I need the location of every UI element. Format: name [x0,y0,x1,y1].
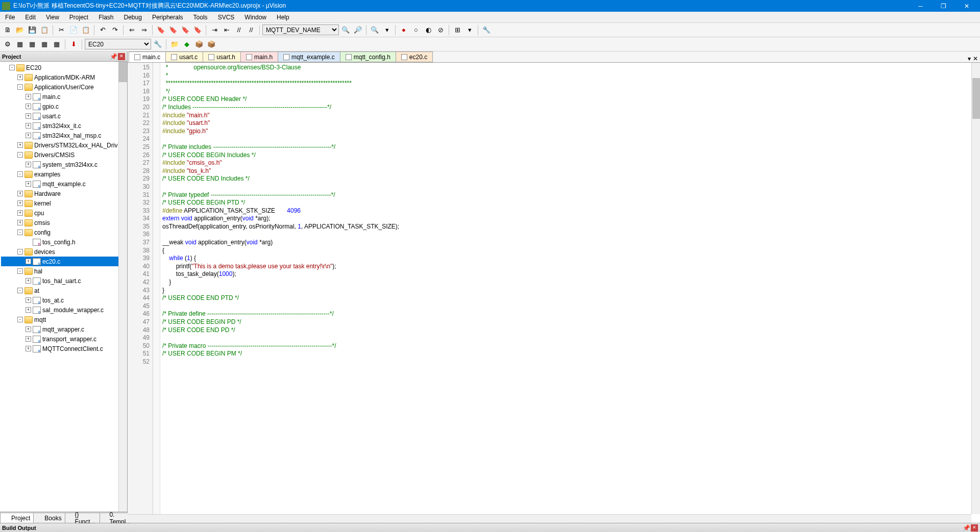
code-line[interactable]: ****************************************… [162,80,978,88]
layout-dropdown[interactable]: ▾ [464,24,475,36]
menu-svcs[interactable]: SVCS [213,12,240,22]
comment-button[interactable]: // [233,24,244,36]
editor-tab[interactable]: main.h [240,52,278,62]
stop-build-button[interactable]: ▦ [51,39,62,50]
scrollbar-thumb[interactable] [972,78,980,119]
menu-edit[interactable]: Edit [20,12,41,22]
menu-window[interactable]: Window [239,12,272,22]
code-line[interactable]: #define APPLICATION_TASK_STK_SIZE 4096 [162,207,978,215]
code-line[interactable]: /* USER CODE END Header */ [162,95,978,104]
code-line[interactable]: /* Private macro -----------------------… [162,342,978,350]
scrollbar-thumb[interactable] [118,62,127,82]
code-line[interactable]: /* USER CODE BEGIN Includes */ [162,151,978,160]
tree-toggle[interactable]: - [17,249,23,255]
tree-folder[interactable]: +kernel [1,198,126,208]
project-tree[interactable]: -EC20+Application/MDK-ARM-Application/Us… [0,62,127,512]
tree-folder[interactable]: +Application/MDK-ARM [1,72,126,82]
tree-file[interactable]: +usart.c [1,111,126,121]
save-all-button[interactable]: 📋 [39,24,50,36]
code-line[interactable] [162,302,978,311]
breakpoint-enable-button[interactable]: ◐ [423,24,434,36]
tree-file[interactable]: +mqtt_example.c [1,179,126,189]
tree-toggle[interactable]: - [9,65,15,70]
tree-file[interactable]: +system_stm32l4xx.c [1,160,126,169]
find-in-files-button[interactable]: 🔎 [352,24,363,36]
menu-help[interactable]: Help [272,12,295,22]
tree-toggle[interactable]: + [26,307,31,313]
tree-toggle[interactable]: + [26,94,31,99]
tree-file[interactable]: +main.c [1,92,126,102]
target-select[interactable]: EC20 [85,39,151,49]
save-button[interactable]: 💾 [27,24,38,36]
tree-toggle[interactable]: + [26,278,31,284]
copy-button[interactable]: 📄 [68,24,79,36]
indent-button[interactable]: ⇥ [209,24,220,36]
tree-file[interactable]: +gpio.c [1,102,126,111]
code-line[interactable]: while (1) { [162,255,978,263]
debug-session-button[interactable]: 🔍 [369,24,380,36]
code-line[interactable]: * [162,72,978,80]
window-layout-button[interactable]: ⊞ [452,24,463,36]
tree-file[interactable]: +stm32l4xx_hal_msp.c [1,131,126,140]
tree-toggle[interactable]: - [17,152,23,158]
tree-toggle[interactable]: + [17,74,23,80]
tree-scrollbar[interactable] [118,62,127,512]
panel-tab[interactable]: {} Funct... [65,513,100,523]
outdent-button[interactable]: ⇤ [221,24,232,36]
bookmark-clear-button[interactable]: 🔖 [192,24,203,36]
tree-toggle[interactable]: + [26,181,31,187]
code-line[interactable]: } [162,278,978,287]
tree-toggle[interactable]: + [26,162,31,167]
panel-tab[interactable]: Books [33,513,65,523]
code-line[interactable]: * opensource.org/licenses/BSD-3-Clause [162,64,978,72]
code-line[interactable]: #include "main.h" [162,112,978,120]
menu-view[interactable]: View [41,12,64,22]
tree-folder[interactable]: -at [1,286,126,295]
tree-file[interactable]: +mqtt_wrapper.c [1,324,126,334]
editor-tab[interactable]: main.c [129,52,166,62]
tree-folder[interactable]: -Application/User/Core [1,82,126,92]
editor-tab[interactable]: usart.c [165,52,203,62]
code-line[interactable]: __weak void application_entry(void *arg) [162,239,978,247]
editor-tab[interactable]: usart.h [203,52,241,62]
code-line[interactable]: { [162,247,978,255]
code-line[interactable]: #include "usart.h" [162,119,978,128]
tree-toggle[interactable]: + [17,210,23,216]
tree-file[interactable]: +tos_hal_uart.c [1,276,126,286]
tree-file[interactable]: +ec20.c [1,257,126,266]
batch-build-button[interactable]: ▦ [39,39,50,50]
uncomment-button[interactable]: // [246,24,257,36]
cut-button[interactable]: ✂ [56,24,67,36]
tab-dropdown-icon[interactable]: ▾ [968,55,971,62]
tree-file[interactable]: +transport_wrapper.c [1,334,126,344]
tree-file[interactable]: +stm32l4xx_it.c [1,121,126,131]
code-line[interactable]: /* Private includes --------------------… [162,143,978,151]
open-file-button[interactable]: 📂 [14,24,26,36]
redo-button[interactable]: ↷ [109,24,120,36]
code-line[interactable]: /* USER CODE END PD */ [162,326,978,335]
find-combo[interactable]: MQTT_DEV_NAME [262,24,339,35]
tree-toggle[interactable]: - [17,230,23,235]
paste-button[interactable]: 📋 [80,24,91,36]
tree-toggle[interactable]: + [17,142,23,148]
tree-folder[interactable]: +cpu [1,208,126,218]
tree-toggle[interactable]: - [17,84,23,90]
code-line[interactable]: */ [162,88,978,96]
tree-toggle[interactable]: + [17,191,23,196]
editor-tab[interactable]: mqtt_example.c [278,52,340,62]
breakpoint-kill-button[interactable]: ⊘ [435,24,446,36]
panel-close-button[interactable]: ✕ [971,524,978,531]
find-button[interactable]: 🔍 [340,24,351,36]
tree-toggle[interactable]: + [17,220,23,225]
pin-icon[interactable]: 📌 [963,524,970,531]
tree-file[interactable]: tos_config.h [1,237,126,247]
code-line[interactable] [162,183,978,191]
fold-gutter[interactable] [153,63,160,523]
tree-toggle[interactable]: + [26,259,31,264]
tree-toggle[interactable]: - [17,268,23,274]
tree-toggle[interactable]: + [17,200,23,206]
close-button[interactable]: ✕ [955,0,978,12]
tree-toggle[interactable]: - [17,288,23,293]
editor-tab[interactable]: mqtt_config.h [340,52,396,62]
menu-project[interactable]: Project [64,12,93,22]
